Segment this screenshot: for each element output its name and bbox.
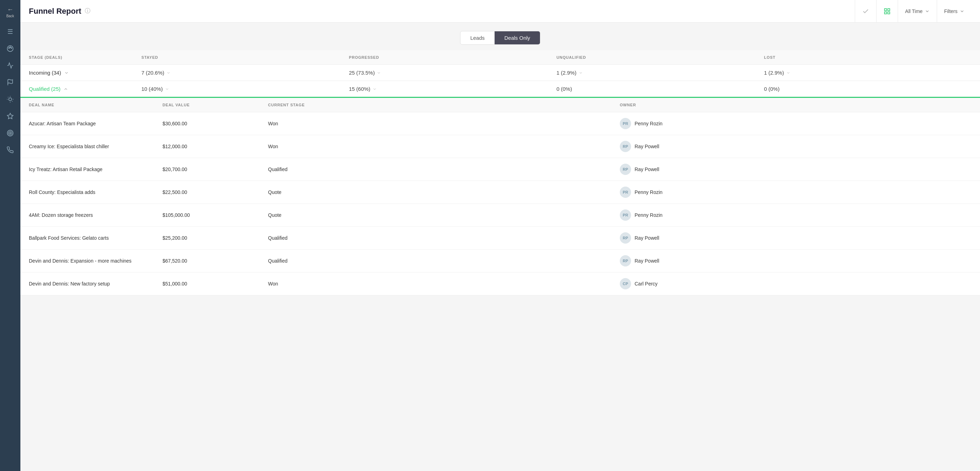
qualified-unqualified: 0 (0%)	[557, 86, 764, 92]
funnel-icon: ☰	[7, 28, 13, 35]
sidebar-item-funnel[interactable]: ☰	[2, 24, 18, 40]
avatar: PR	[620, 187, 631, 198]
deal-name-cell[interactable]: Icy Treatz: Artisan Retail Package	[29, 166, 162, 172]
filters-button[interactable]: Filters	[937, 0, 972, 22]
progressed-chevron-icon	[377, 71, 381, 75]
deal-name-cell[interactable]: Devin and Dennis: Expansion - more machi…	[29, 258, 162, 263]
stage-row-qualified: Qualified (25) 10 (40%) 15 (60%) 0 (0%) …	[21, 81, 980, 98]
chevron-down-icon	[64, 70, 69, 75]
owner-name: Ray Powell	[635, 166, 659, 172]
deal-value-cell: $51,000.00	[162, 281, 268, 287]
header-title-group: Funnel Report ⓘ	[29, 7, 855, 16]
qualified-stayed[interactable]: 10 (40%)	[142, 86, 349, 92]
svg-line-8	[8, 97, 8, 97]
owner-name: Ray Powell	[635, 144, 659, 149]
incoming-progressed[interactable]: 25 (73.5%)	[349, 70, 557, 76]
svg-rect-18	[885, 12, 887, 14]
deal-value-cell: $20,700.00	[162, 166, 268, 172]
time-filter-button[interactable]: All Time	[898, 0, 937, 22]
back-button[interactable]: ← Back	[2, 4, 18, 20]
svg-point-3	[11, 48, 12, 49]
view-toggle-group: Leads Deals Only	[460, 31, 540, 45]
lost-column-header: LOST	[764, 55, 972, 59]
check-button[interactable]	[855, 0, 876, 22]
table-row: Creamy Ice: Especialista blast chiller $…	[21, 135, 980, 158]
stayed-column-header: STAYED	[142, 55, 349, 59]
svg-point-1	[8, 48, 10, 49]
sidebar-item-phone[interactable]	[2, 142, 18, 158]
avatar: RP	[620, 141, 631, 152]
deal-stage-cell: Won	[268, 121, 620, 126]
owner-cell: RP Ray Powell	[620, 164, 972, 175]
phone-icon	[7, 147, 14, 153]
table-row: Ballpark Food Services: Gelato carts $25…	[21, 227, 980, 249]
avatar: PR	[620, 209, 631, 221]
star-icon	[7, 113, 14, 120]
sidebar-item-star[interactable]	[2, 109, 18, 124]
deal-sub-header: DEAL NAME DEAL VALUE CURRENT STAGE OWNER	[21, 98, 980, 112]
funnel-table: STAGE (DEALS) STAYED PROGRESSED UNQUALIF…	[21, 50, 980, 295]
leads-toggle[interactable]: Leads	[460, 31, 495, 44]
avatar: RP	[620, 255, 631, 267]
sidebar-item-bulb[interactable]	[2, 91, 18, 107]
deal-stage-cell: Quote	[268, 212, 620, 218]
sidebar-item-flag[interactable]	[2, 75, 18, 90]
table-row: Azucar: Artisan Team Package $30,600.00 …	[21, 112, 980, 135]
owner-name: Carl Percy	[635, 281, 657, 287]
stage-name-qualified[interactable]: Qualified (25)	[29, 86, 142, 92]
table-header-row: STAGE (DEALS) STAYED PROGRESSED UNQUALIF…	[21, 50, 980, 65]
unqualified-chevron-icon	[579, 71, 583, 75]
activity-icon	[7, 62, 14, 69]
q-progressed-chevron-icon	[372, 87, 377, 91]
owner-name: Ray Powell	[635, 258, 659, 263]
svg-point-13	[7, 130, 13, 136]
deal-name-cell[interactable]: Devin and Dennis: New factory setup	[29, 281, 162, 287]
toggle-bar: Leads Deals Only	[21, 22, 980, 50]
main-content: Funnel Report ⓘ All Time Filters Le	[21, 0, 980, 471]
back-arrow-icon: ←	[7, 6, 13, 13]
target-icon	[7, 129, 14, 137]
owner-name: Ray Powell	[635, 235, 659, 241]
sidebar-item-activity[interactable]	[2, 58, 18, 73]
deal-value-cell: $22,500.00	[162, 189, 268, 195]
stage-name-incoming[interactable]: Incoming (34)	[29, 70, 142, 76]
deal-stage-cell: Qualified	[268, 166, 620, 172]
info-icon[interactable]: ⓘ	[85, 7, 91, 15]
owner-cell: PR Penny Rozin	[620, 187, 972, 198]
incoming-lost[interactable]: 1 (2.9%)	[764, 70, 972, 76]
incoming-label: Incoming (34)	[29, 70, 61, 76]
chevron-down-icon	[925, 9, 930, 14]
svg-rect-16	[885, 8, 887, 11]
page-title: Funnel Report	[29, 7, 81, 16]
incoming-unqualified[interactable]: 1 (2.9%)	[557, 70, 764, 76]
svg-rect-17	[888, 8, 890, 11]
deal-stage-cell: Qualified	[268, 235, 620, 241]
deals-only-toggle[interactable]: Deals Only	[495, 31, 540, 44]
owner-cell: RP Ray Powell	[620, 255, 972, 267]
sidebar: ← Back ☰	[0, 0, 21, 471]
header-actions: All Time Filters	[855, 0, 972, 22]
deal-name-cell[interactable]: 4AM: Dozen storage freezers	[29, 212, 162, 218]
deal-name-cell[interactable]: Creamy Ice: Especialista blast chiller	[29, 144, 162, 149]
deal-stage-cell: Quote	[268, 189, 620, 195]
qualified-label: Qualified (25)	[29, 86, 60, 92]
deal-name-cell[interactable]: Azucar: Artisan Team Package	[29, 121, 162, 126]
avatar: RP	[620, 164, 631, 175]
grid-button[interactable]	[876, 0, 898, 22]
deal-name-cell[interactable]: Roll County: Especialista adds	[29, 189, 162, 195]
sidebar-item-target[interactable]	[2, 125, 18, 141]
owner-cell: PR Penny Rozin	[620, 209, 972, 221]
owner-cell: PR Penny Rozin	[620, 118, 972, 129]
deal-value-cell: $105,000.00	[162, 212, 268, 218]
deal-name-cell[interactable]: Ballpark Food Services: Gelato carts	[29, 235, 162, 241]
lost-chevron-icon	[786, 71, 791, 75]
table-row: Devin and Dennis: New factory setup $51,…	[21, 273, 980, 295]
svg-marker-12	[7, 113, 13, 119]
table-row: 4AM: Dozen storage freezers $105,000.00 …	[21, 204, 980, 227]
incoming-stayed[interactable]: 7 (20.6%)	[142, 70, 349, 76]
qualified-lost: 0 (0%)	[764, 86, 972, 92]
svg-rect-19	[888, 12, 890, 14]
sidebar-item-palette[interactable]	[2, 41, 18, 56]
qualified-progressed[interactable]: 15 (60%)	[349, 86, 557, 92]
deal-stage-cell: Won	[268, 281, 620, 287]
